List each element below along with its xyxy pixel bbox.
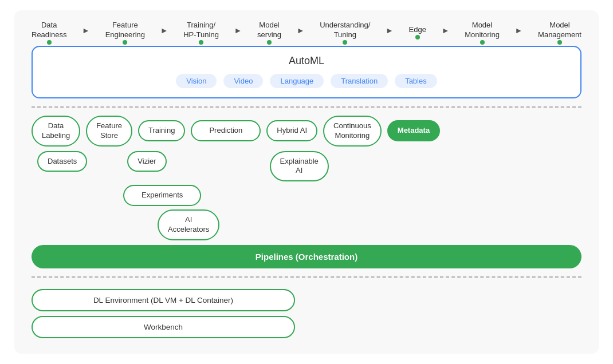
- pill-continuous-monitoring: Continuous Monitoring: [323, 116, 382, 147]
- dot-training: [199, 40, 203, 45]
- pills-row-3: Experiments: [123, 185, 581, 206]
- pill-vizier: Vizier: [127, 151, 166, 172]
- pills-row-4: AI Accelerators: [158, 209, 581, 240]
- automl-pill-tables: Tables: [395, 74, 437, 88]
- automl-pill-translation: Translation: [331, 74, 388, 88]
- content-rows: Data Labeling Feature Store Training Pre…: [14, 116, 599, 268]
- pipeline-step-training: Training/ HP-Tuning: [183, 21, 219, 40]
- arrow-2: ►: [160, 26, 168, 35]
- dot-model-monitoring: [480, 40, 485, 45]
- pill-training: Training: [138, 120, 185, 141]
- automl-section: AutoML Vision Video Language Translation…: [14, 46, 599, 98]
- diagram-container: Data Readiness ► Feature Engineering ► T…: [14, 10, 599, 354]
- pill-experiments: Experiments: [123, 185, 201, 206]
- pipeline-step-model-management: Model Management: [538, 21, 581, 40]
- pills-row-1: Data Labeling Feature Store Training Pre…: [32, 116, 581, 147]
- pipeline-header: Data Readiness ► Feature Engineering ► T…: [14, 10, 599, 46]
- pipeline-step-data-readiness: Data Readiness: [32, 21, 66, 40]
- pill-explainable-ai: Explainable AI: [270, 151, 329, 182]
- arrow-4: ►: [297, 26, 305, 35]
- dot-feature-engineering: [123, 40, 127, 45]
- arrow-6: ►: [442, 26, 450, 35]
- pill-prediction: Prediction: [191, 120, 261, 141]
- arrow-1: ►: [82, 26, 90, 35]
- automl-title: AutoML: [44, 55, 569, 67]
- automl-pill-video: Video: [223, 74, 263, 88]
- bottom-section: DL Environment (DL VM + DL Container) Wo…: [14, 286, 599, 338]
- dashed-divider-top: [14, 106, 599, 108]
- automl-pill-language: Language: [270, 74, 324, 88]
- pill-data-labeling: Data Labeling: [32, 116, 80, 147]
- arrow-7: ►: [515, 26, 523, 35]
- pipeline-step-feature-engineering: Feature Engineering: [105, 21, 145, 40]
- pill-datasets: Datasets: [37, 151, 87, 172]
- dot-model-serving: [267, 40, 272, 45]
- pill-ai-accelerators: AI Accelerators: [158, 209, 219, 240]
- pipeline-step-model-monitoring: Model Monitoring: [465, 21, 500, 40]
- dot-understanding: [343, 40, 347, 45]
- pill-workbench: Workbench: [32, 316, 295, 338]
- pill-hybrid-ai: Hybrid AI: [266, 120, 317, 141]
- pills-row-2: Datasets Vizier Explainable AI: [37, 151, 581, 182]
- arrow-5: ►: [386, 26, 394, 35]
- pill-feature-store: Feature Store: [86, 116, 132, 147]
- automl-pills: Vision Video Language Translation Tables: [44, 74, 569, 88]
- automl-box: AutoML Vision Video Language Translation…: [32, 46, 581, 98]
- dashed-divider-bottom: [14, 276, 599, 278]
- dot-model-management: [557, 40, 562, 45]
- pipeline-step-model-serving: Model serving: [257, 21, 281, 40]
- pill-dl-environment: DL Environment (DL VM + DL Container): [32, 289, 295, 311]
- pipelines-bar: Pipelines (Orchestration): [32, 245, 581, 268]
- pill-metadata: Metadata: [387, 120, 440, 141]
- automl-pill-vision: Vision: [176, 74, 217, 88]
- pipeline-step-understanding: Understanding/ Tuning: [320, 21, 370, 40]
- dot-data-readiness: [47, 40, 52, 45]
- pipeline-step-edge: Edge: [409, 25, 426, 35]
- dot-edge: [415, 35, 420, 39]
- arrow-3: ►: [234, 26, 242, 35]
